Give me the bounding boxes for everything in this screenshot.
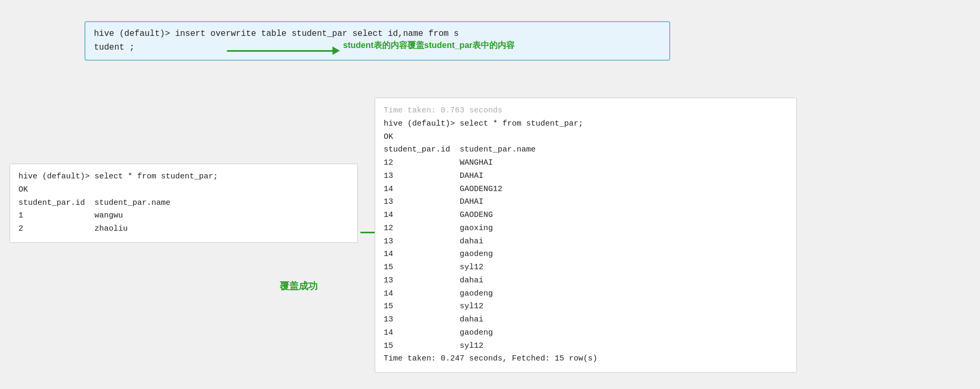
right-result-main: hive (default)> select * from student_pa… (384, 118, 788, 366)
top-arrow-line (227, 50, 332, 52)
top-command-line1: hive (default)> insert overwrite table s… (94, 27, 661, 41)
right-result-content: Time taken: 0.763 seconds (384, 105, 788, 118)
top-arrow-head (332, 46, 340, 55)
right-result-box: Time taken: 0.763 seconds hive (default)… (375, 98, 797, 373)
left-result-content: hive (default)> select * from student_pa… (18, 170, 349, 236)
left-result-box: hive (default)> select * from student_pa… (9, 164, 358, 243)
top-arrow (227, 46, 340, 55)
top-annotation: student表的内容覆盖student_par表中的内容 (343, 40, 515, 51)
mid-annotation: 覆盖成功 (280, 280, 318, 292)
